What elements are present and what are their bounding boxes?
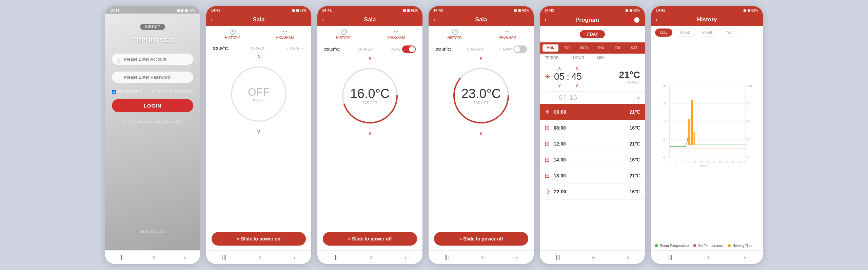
target-label-2: TARGET <box>251 98 267 102</box>
schedule-temp-4: 21℃ <box>629 173 640 178</box>
schedule-item-1[interactable]: ⊞ 08:00 16℃ <box>540 120 645 136</box>
nav-menu-icon[interactable]: ||| <box>119 254 123 261</box>
sala-title-4: Sala <box>475 16 487 23</box>
day-fri[interactable]: FRI <box>609 44 625 52</box>
schedule-item-2[interactable]: ⊞ 12:00 21℃ <box>540 136 645 152</box>
tab-year[interactable]: Year <box>721 28 739 37</box>
thermo-main-2: 22.9°C CURRENT ✓ AWAY — ∧ OFF TARGET ∨ <box>206 42 311 229</box>
heating-time-label: Heating Time <box>733 244 753 248</box>
temp-up-3[interactable]: ∧ <box>368 55 372 61</box>
temp-up-4[interactable]: ∧ <box>479 55 483 61</box>
tab-program-4[interactable]: ··· PROGRAM <box>481 26 534 42</box>
time-row-2: 07 : 15 ∨ <box>540 92 645 104</box>
history-tab-row: Day Week Month Year <box>651 26 763 39</box>
temp-down-3[interactable]: ∨ <box>368 130 372 136</box>
tab-program-2[interactable]: ··· PROGRAM <box>259 26 311 42</box>
hour-up[interactable]: ∧ <box>558 65 561 71</box>
chevron-down-5[interactable]: ∨ <box>637 95 640 100</box>
nav-home-icon-5[interactable]: ○ <box>592 254 595 261</box>
colon2: : <box>567 94 569 101</box>
day-tue[interactable]: TUE <box>559 44 575 52</box>
svg-text:16: 16 <box>719 160 722 163</box>
program-toggle[interactable] <box>628 17 640 23</box>
schedule-item-5[interactable]: ☽ 22:00 16℃ <box>540 184 645 200</box>
nav-home-icon-6[interactable]: ○ <box>707 254 710 261</box>
nav-back-icon-2[interactable]: ‹ <box>294 254 295 261</box>
current-row-3: 22.8°C CURRENT AWAY <box>323 42 417 55</box>
remember-checkbox[interactable] <box>112 90 116 94</box>
min-value: 45 <box>571 72 582 81</box>
tab-history-3[interactable]: 🕐 HISTORY <box>317 26 370 42</box>
password-input[interactable] <box>112 72 193 83</box>
login-button[interactable]: LOGIN <box>112 99 193 112</box>
schedule-item-3[interactable]: ⊞ 14:00 16℃ <box>540 152 645 168</box>
back-button-5[interactable]: ‹ <box>545 16 547 23</box>
away-label-2: AWAY <box>290 46 300 50</box>
nav-menu-icon-4[interactable]: ||| <box>445 254 449 261</box>
account-input[interactable] <box>112 54 193 65</box>
tab-day[interactable]: Day <box>655 28 672 37</box>
away-toggle-switch-3[interactable] <box>402 45 416 53</box>
tab-week[interactable]: Week <box>674 28 695 37</box>
min-down[interactable]: ∨ <box>575 82 578 88</box>
tab-history-2[interactable]: 🕐 HISTORY <box>206 26 259 42</box>
back-button-4[interactable]: ‹ <box>433 16 435 23</box>
status-bar-5: 14:42 ▣ ▣ 62% <box>540 6 645 14</box>
nav-home-icon-3[interactable]: ○ <box>370 254 373 261</box>
nav-back-icon[interactable]: ‹ <box>184 254 186 261</box>
back-button-6[interactable]: ‹ <box>656 16 658 23</box>
heating-time-dot <box>728 244 731 247</box>
nav-menu-icon-3[interactable]: ||| <box>333 254 337 261</box>
temp-down-4[interactable]: ∨ <box>479 130 483 136</box>
tab-history-4[interactable]: 🕐 HISTORY <box>429 26 481 42</box>
min-up[interactable]: ∧ <box>575 65 578 71</box>
nav-back-icon-5[interactable]: ‹ <box>627 254 629 261</box>
nav-back-icon-3[interactable]: ‹ <box>405 254 407 261</box>
sala-header-3: ‹ Sala <box>317 14 422 26</box>
nav-menu-icon-6[interactable]: ||| <box>668 254 672 261</box>
history-label-2: HISTORY <box>225 36 240 40</box>
back-button-2[interactable]: ‹ <box>211 16 213 23</box>
nav-menu-icon-2[interactable]: ||| <box>222 254 226 261</box>
svg-text:(HOUR): (HOUR) <box>700 164 709 167</box>
nav-back-icon-4[interactable]: ‹ <box>516 254 518 261</box>
back-button-3[interactable]: ‹ <box>322 16 324 23</box>
svg-text:18: 18 <box>663 120 667 123</box>
temp-down-2[interactable]: ∨ <box>257 128 261 135</box>
slide-power-button-3[interactable]: » Slide to power off <box>323 232 417 246</box>
slide-power-button-4[interactable]: » Slide to power off <box>434 232 528 246</box>
day-mon[interactable]: MON <box>542 44 558 52</box>
status-bar-4: 14:42 ▣ ▣ 62% <box>429 6 534 14</box>
svg-text:8: 8 <box>694 160 695 163</box>
register-link[interactable]: To register an account press here <box>122 118 183 123</box>
day-wed[interactable]: WED <box>576 44 592 52</box>
bottom-nav-2: ||| ○ ‹ <box>206 250 311 264</box>
svg-text:10: 10 <box>699 160 702 163</box>
sala-header-2: ‹ Sala <box>206 14 311 26</box>
slide-power-button-2[interactable]: » Slide to power on <box>212 232 306 246</box>
tab-program-3[interactable]: ··· PROGRAM <box>370 26 422 42</box>
status-icons-4: ▣ ▣ 62% <box>514 8 529 12</box>
direct-badge: DIRECT <box>140 24 165 30</box>
toggle-knob-4 <box>514 46 520 52</box>
tab-month[interactable]: Month <box>697 28 718 37</box>
nav-home-icon-4[interactable]: ○ <box>481 254 484 261</box>
toggle-knob-3 <box>409 46 415 52</box>
svg-rect-36 <box>688 119 691 145</box>
nav-menu-icon-5[interactable]: ||| <box>556 254 560 261</box>
day-thu[interactable]: THU <box>593 44 609 52</box>
nav-back-icon-6[interactable]: ‹ <box>744 254 746 261</box>
min-col: MIN <box>597 56 604 60</box>
schedule-item-4[interactable]: ⊞ 18:00 21℃ <box>540 168 645 184</box>
temp-up-2[interactable]: ∧ <box>257 53 261 60</box>
nav-home-icon-2[interactable]: ○ <box>258 254 262 261</box>
schedule-item-0[interactable]: ☀ 06:00 21℃ <box>540 104 645 120</box>
time-6: 14:42 <box>656 8 665 12</box>
nav-home-icon[interactable]: ○ <box>152 254 156 261</box>
away-toggle-switch-4[interactable] <box>513 45 527 53</box>
forget-password-link[interactable]: FORGET PASSWORD <box>152 90 193 94</box>
day-sat[interactable]: SAT <box>626 44 642 52</box>
hour-down[interactable]: ∨ <box>558 82 561 88</box>
seven-day-button[interactable]: 7 DAY <box>580 30 605 38</box>
schedule-temp-3: 16℃ <box>629 157 640 162</box>
